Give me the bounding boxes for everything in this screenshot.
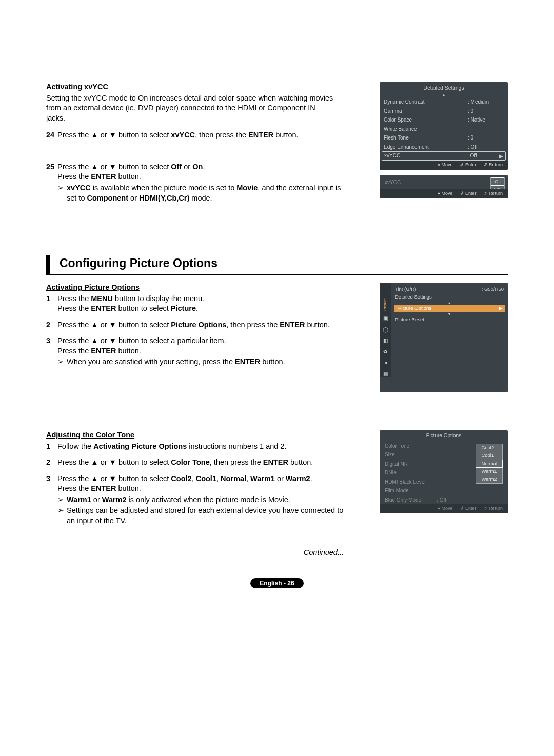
osd-row-k: White Balance [384, 126, 468, 133]
osd-row-v: : Off [468, 144, 504, 151]
t: Normal [221, 474, 246, 483]
move-hint: ♦ Move [438, 190, 452, 196]
osd-sidebar: Picture ▣ ◯ ◧ ✿ ◂ ▦ [380, 283, 391, 377]
t: button. [305, 321, 329, 329]
osd-row-v: : 0 [468, 134, 504, 142]
page-number-pill: English - 26 [250, 578, 303, 588]
t: Settings can be adjusted and stored for … [67, 506, 344, 526]
t: ENTER [235, 357, 260, 366]
xvycc-heading: Activating xvYCC [46, 82, 344, 92]
t: Off [171, 163, 182, 171]
up-arrow-icon: ▲ [391, 301, 508, 305]
t: ENTER [91, 304, 116, 312]
t: button to select [116, 304, 170, 312]
step-1: 1 Press the MENU button to display the m… [46, 294, 344, 314]
osd-row-k: Color Space [384, 116, 468, 124]
t: button. [116, 484, 141, 492]
osd-popup: Cool2 Cool1 Normal Warm1 Warm2 [476, 444, 503, 484]
osd-detailed-settings: Detailed Settings ▲ Dynamic Contrast: Me… [380, 82, 508, 170]
t: Press the [57, 294, 91, 303]
sidebar-label: Picture [383, 298, 388, 311]
step-num: 1 [46, 294, 57, 314]
osd-row: Blue Only Mode: Off [380, 495, 508, 505]
osd-option-selected: Off [491, 177, 504, 186]
osd-title: Picture Options [380, 430, 508, 442]
t: button. [288, 458, 313, 466]
t: Cool1 [196, 474, 216, 483]
t: ENTER [263, 458, 288, 466]
t: , [192, 474, 196, 483]
t: . [310, 474, 312, 483]
t: Warm2 [102, 495, 127, 504]
up-arrow-icon: ▲ [380, 93, 508, 97]
note-icon: ➢ [57, 183, 67, 203]
sound-icon: ◯ [383, 326, 388, 333]
note-icon: ➢ [57, 495, 67, 505]
t: Movie [236, 184, 258, 192]
osd-row-k: Picture Reset [395, 316, 504, 323]
step-25: 25 Press the ▲ or ▼ button to select Off… [46, 162, 344, 203]
picture-icon: ▣ [383, 315, 388, 322]
t: button. [116, 347, 141, 355]
note-icon: ➢ [57, 357, 67, 367]
right-chevron-icon: ▶ [499, 305, 503, 312]
t: ENTER [91, 484, 116, 492]
step-num: 1 [46, 442, 57, 452]
return-hint: ↺ Return [483, 190, 503, 196]
t: Picture Options [171, 321, 226, 329]
osd-footer: ♦ Move ↲ Enter ↺ Return [380, 189, 508, 198]
t: Warm2 [286, 474, 310, 483]
osd-row-v: : Off [467, 152, 503, 160]
step-num: 3 [46, 474, 57, 526]
t: instructions numbers 1 and 2. [187, 442, 286, 450]
input-icon: ◂ [384, 359, 387, 366]
osd-row-v: : Native [468, 116, 504, 124]
return-hint: ↺ Return [483, 162, 503, 168]
setup-icon: ✿ [383, 348, 387, 355]
osd-xvycc-options: xvYCC Off On ♦ Move ↲ Enter ↺ Return [380, 175, 508, 198]
t: Press the ▲ or ▼ button to select [57, 458, 171, 466]
t: HDMI(Y,Cb,Cr) [139, 194, 189, 202]
t: Cool2 [171, 474, 191, 483]
t: button to display the menu. [113, 294, 204, 303]
t: or [275, 474, 286, 483]
t: Press the [57, 484, 91, 492]
step-24: 24 Press the ▲ or ▼ button to select xvY… [46, 130, 344, 141]
enter-hint: ↲ Enter [460, 190, 476, 196]
osd-option: Cool2 [476, 444, 502, 452]
t: xvYCC [67, 184, 91, 192]
step-2: 2 Press the ▲ or ▼ button to select Pict… [46, 320, 344, 330]
continued-text: Continued... [46, 548, 344, 558]
t: ENTER [91, 347, 116, 355]
t: Color Tone [171, 458, 209, 466]
t: Press the [57, 304, 91, 312]
step-num: 25 [46, 162, 57, 203]
t: Press the ▲ or ▼ button to select [57, 321, 171, 329]
osd-row-v: : 0 [468, 108, 504, 115]
osd-row-selected: xvYCC : Off ▶ [382, 151, 506, 161]
t: , then press the [210, 458, 263, 466]
osd-row-k: Gamma [384, 108, 468, 115]
channel-icon: ◧ [383, 337, 388, 344]
t: Follow the [57, 442, 93, 450]
t: xvYCC [171, 131, 195, 139]
t: Activating Picture Options [93, 442, 187, 450]
t: Picture [171, 304, 196, 312]
t: Warm1 [250, 474, 275, 483]
osd-row-v: : G50/R50 [482, 286, 504, 293]
t: Press the ▲ or ▼ button to select [57, 163, 171, 171]
osd-row-k: Detailed Settings [395, 294, 504, 301]
subheading: Adjusting the Color Tone [46, 430, 344, 441]
osd-row-v: : Off [437, 497, 446, 503]
osd-option: Warm1 [476, 468, 502, 475]
t: ENTER [91, 172, 116, 181]
t: ENTER [248, 131, 273, 139]
step-num: 2 [46, 320, 57, 330]
t: or [91, 495, 102, 504]
osd-footer: ♦ Move ↲ Enter ↺ Return [380, 161, 508, 170]
t: Component [87, 194, 129, 202]
osd-picture-menu: Picture ▣ ◯ ◧ ✿ ◂ ▦ Tint (G/R): G50/R50 … [380, 283, 508, 392]
osd-row-highlighted: Picture Options▶ [394, 305, 505, 312]
t: mode. [189, 194, 212, 202]
osd-picture-options: Picture Options Color Tone Size Digital … [380, 430, 508, 513]
